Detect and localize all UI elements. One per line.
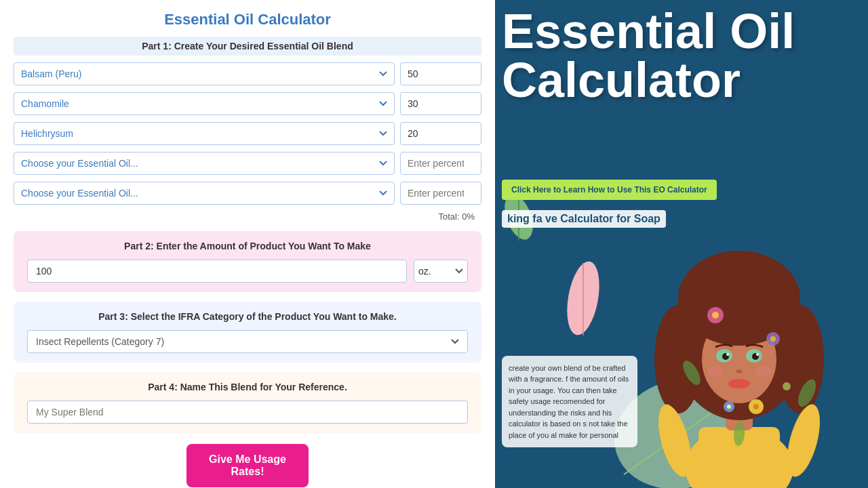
amount-input[interactable] (27, 260, 407, 283)
big-title: Essential Oil Calculator (502, 7, 861, 104)
svg-point-20 (736, 369, 743, 373)
oil-row-1: Balsam (Peru) (14, 62, 481, 85)
svg-point-31 (727, 405, 731, 409)
percent-input-4[interactable] (400, 152, 481, 175)
big-title-line1: Essential Oil (502, 4, 795, 58)
ifra-select[interactable]: Insect Repellents (Category 7) Body Loti… (27, 330, 468, 353)
page-title: Essential Oil Calculator (14, 7, 481, 28)
learn-button[interactable]: Click Here to Learn How to Use This EO C… (502, 180, 717, 200)
oil-select-5[interactable]: Choose your Essential Oil... (14, 182, 395, 205)
percent-input-5[interactable] (400, 182, 481, 205)
svg-point-29 (753, 404, 759, 409)
part4-section: Part 4: Name This Blend for Your Referen… (14, 372, 481, 433)
svg-point-27 (770, 336, 776, 342)
part2-header: Part 2: Enter the Amount of Product You … (27, 241, 468, 251)
oil-row-4: Choose your Essential Oil... (14, 152, 481, 175)
soap-text: king fa ve Calculator for Soap (502, 210, 666, 228)
part1-header: Part 1: Create Your Desired Essential Oi… (14, 37, 481, 56)
description-box: create your own blend of be crafted with… (502, 356, 637, 448)
percent-input-3[interactable] (400, 122, 481, 145)
total-display: Total: 0% (14, 211, 481, 222)
oil-row-3: Helichrysum (14, 122, 481, 145)
oil-select-3[interactable]: Helichrysum (14, 122, 395, 145)
percent-input-2[interactable] (400, 92, 481, 115)
svg-point-12 (654, 305, 702, 413)
svg-point-22 (707, 366, 724, 377)
svg-point-25 (712, 312, 719, 319)
svg-point-18 (726, 353, 729, 356)
svg-point-32 (783, 382, 791, 390)
oil-row-5: Choose your Essential Oil... (14, 182, 481, 205)
part4-header: Part 4: Name This Blend for Your Referen… (27, 382, 468, 392)
leaf-pink-icon (556, 258, 610, 339)
percent-input-1[interactable] (400, 62, 481, 85)
oil-row-2: Chamomile (14, 92, 481, 115)
calculator-panel: Essential Oil Calculator Part 1: Create … (0, 0, 495, 488)
submit-button[interactable]: Give Me UsageRates! (186, 444, 309, 487)
oil-select-4[interactable]: Choose your Essential Oil... (14, 152, 395, 175)
svg-point-21 (728, 379, 750, 388)
part3-header: Part 3: Select the IFRA Category of the … (27, 311, 468, 322)
description-text: create your own blend of be crafted with… (509, 364, 629, 439)
blend-name-input[interactable] (27, 401, 468, 424)
svg-point-19 (756, 353, 759, 356)
oil-select-1[interactable]: Balsam (Peru) (14, 62, 395, 85)
amount-row: oz. ml g lbs (27, 260, 468, 283)
big-title-line2: Calculator (502, 53, 741, 107)
part3-section: Part 3: Select the IFRA Category of the … (14, 302, 481, 363)
right-panel: Essential Oil Calculator Click Here to L… (495, 0, 868, 488)
woman-illustration (610, 183, 868, 488)
part2-section: Part 2: Enter the Amount of Product You … (14, 231, 481, 292)
main-container: Essential Oil Calculator Part 1: Create … (0, 0, 868, 488)
unit-select[interactable]: oz. ml g lbs (414, 260, 468, 283)
svg-point-23 (755, 366, 771, 377)
oil-select-2[interactable]: Chamomile (14, 92, 395, 115)
